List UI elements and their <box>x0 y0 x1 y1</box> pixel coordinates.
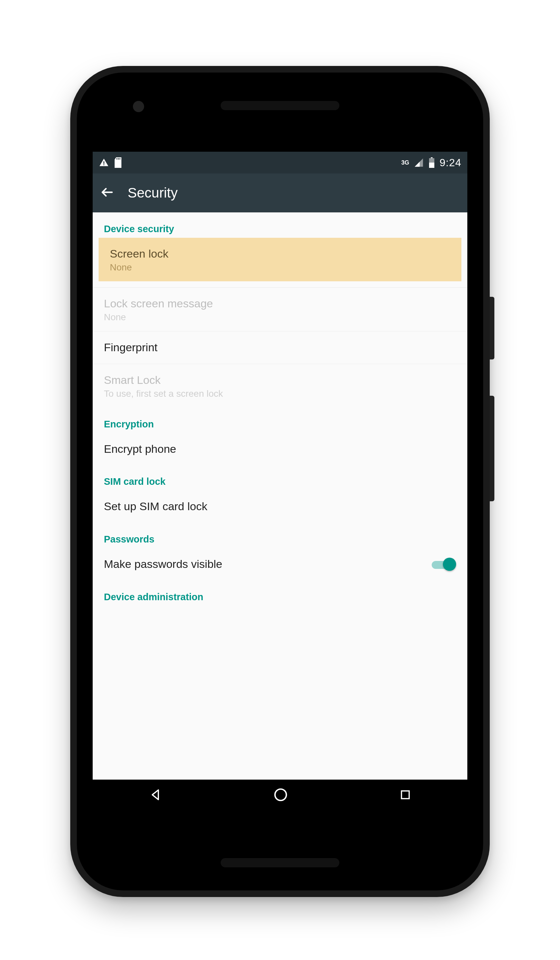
svg-rect-7 <box>429 163 434 168</box>
status-clock: 9:24 <box>440 157 461 169</box>
power-button <box>490 297 494 360</box>
setting-smart-lock: Smart Lock To use, first set a screen lo… <box>93 364 467 408</box>
setting-encrypt-phone[interactable]: Encrypt phone <box>93 433 467 465</box>
warning-icon <box>99 157 109 168</box>
back-icon[interactable] <box>100 185 114 201</box>
setting-screen-lock[interactable]: Screen lock None <box>99 238 461 281</box>
settings-list: Device security Screen lock None Lock sc… <box>93 212 467 779</box>
front-camera <box>133 101 144 112</box>
phone-frame: 3G 9:24 Security Devi <box>70 66 490 897</box>
screen: 3G 9:24 Security Devi <box>93 152 467 811</box>
section-header-encryption: Encryption <box>93 408 467 433</box>
setting-title: Encrypt phone <box>104 442 456 457</box>
svg-rect-3 <box>118 158 119 160</box>
section-header-passwords: Passwords <box>93 523 467 548</box>
phone-inner: 3G 9:24 Security Devi <box>77 72 483 890</box>
setting-sim-card-lock[interactable]: Set up SIM card lock <box>93 490 467 523</box>
svg-rect-1 <box>104 164 104 165</box>
setting-fingerprint[interactable]: Fingerprint <box>93 331 467 364</box>
earpiece-speaker <box>221 101 339 110</box>
setting-title: Screen lock <box>110 246 450 261</box>
toggle-passwords-visible[interactable] <box>432 558 456 571</box>
setting-title: Make passwords visible <box>104 557 222 572</box>
setting-value: None <box>110 262 450 273</box>
navigation-bar <box>93 779 467 811</box>
setting-title: Lock screen message <box>104 296 456 311</box>
nav-back-icon[interactable] <box>148 787 163 803</box>
section-header-sim-card-lock: SIM card lock <box>93 465 467 490</box>
nav-recents-icon[interactable] <box>399 788 412 803</box>
svg-rect-4 <box>119 158 120 160</box>
svg-rect-5 <box>431 157 432 158</box>
page-title: Security <box>128 185 178 201</box>
section-header-device-security: Device security <box>93 212 467 238</box>
nav-home-icon[interactable] <box>273 787 288 804</box>
status-bar: 3G 9:24 <box>93 152 467 173</box>
section-header-device-administration: Device administration <box>93 581 467 606</box>
volume-button <box>490 396 494 501</box>
svg-rect-9 <box>402 791 409 798</box>
network-type-label: 3G <box>402 159 409 166</box>
setting-value: To use, first set a screen lock <box>104 389 456 399</box>
bottom-speaker <box>221 858 339 867</box>
setting-lock-screen-message: Lock screen message None <box>93 288 467 331</box>
svg-rect-2 <box>117 158 117 160</box>
setting-title: Set up SIM card lock <box>104 499 456 514</box>
svg-point-8 <box>275 789 286 801</box>
sdcard-icon <box>114 157 123 168</box>
setting-value: None <box>104 312 456 323</box>
setting-passwords-visible[interactable]: Make passwords visible <box>93 548 467 581</box>
setting-title: Fingerprint <box>104 340 456 355</box>
setting-title: Smart Lock <box>104 373 456 388</box>
svg-rect-0 <box>104 161 104 164</box>
battery-icon <box>429 157 435 168</box>
cell-signal-icon <box>414 158 424 168</box>
app-bar: Security <box>93 173 467 212</box>
